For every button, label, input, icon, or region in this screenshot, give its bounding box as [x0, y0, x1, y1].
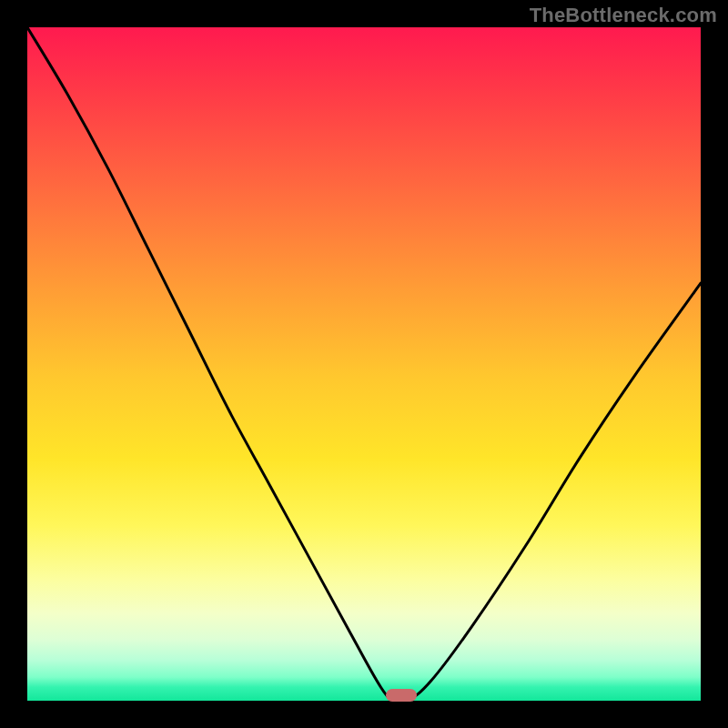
- plot-area: [27, 27, 701, 701]
- bottleneck-curve: [27, 27, 701, 701]
- watermark-text: TheBottleneck.com: [530, 4, 717, 27]
- chart-frame: TheBottleneck.com: [0, 0, 728, 728]
- optimal-marker: [386, 689, 417, 702]
